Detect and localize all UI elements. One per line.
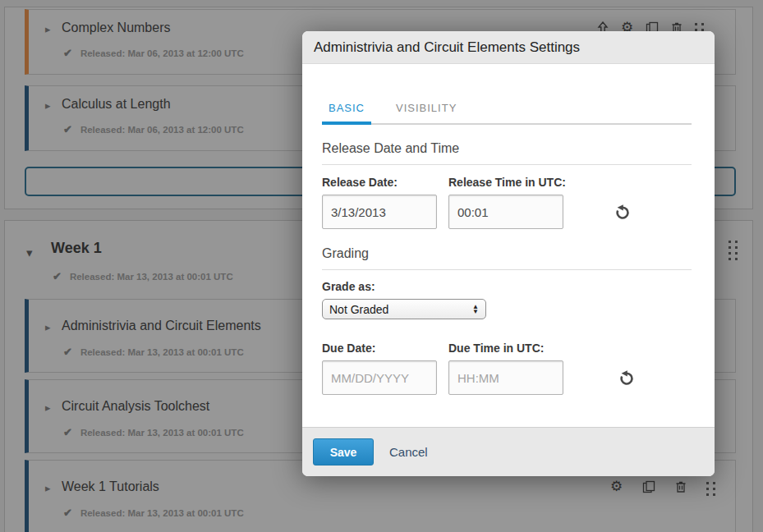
due-time-field: Due Time in UTC: — [448, 342, 563, 395]
modal-tabs: BASIC VISIBILITY — [322, 102, 692, 125]
save-button[interactable]: Save — [313, 438, 374, 466]
release-date-field: Release Date: — [322, 176, 437, 229]
release-time-field: Release Time in UTC: — [448, 176, 563, 229]
release-date-input[interactable] — [322, 195, 437, 229]
due-date-label: Due Date: — [322, 342, 437, 355]
due-fields: Due Date: Due Time in UTC: — [322, 342, 635, 395]
tab-visibility[interactable]: VISIBILITY — [389, 102, 463, 123]
grading-section-heading: Grading — [322, 246, 692, 270]
modal-footer: Save Cancel — [302, 427, 715, 476]
reset-release-date-icon[interactable] — [614, 204, 631, 229]
due-time-input[interactable] — [448, 360, 563, 395]
due-date-input[interactable] — [322, 360, 437, 395]
course-outline-page: ▸ Complex Numbers ✔Released: Mar 06, 201… — [0, 0, 763, 532]
release-time-input[interactable] — [448, 195, 563, 229]
due-time-label: Due Time in UTC: — [448, 342, 563, 355]
modal-header: Administrivia and Circuit Elements Setti… — [302, 31, 715, 64]
modal-title: Administrivia and Circuit Elements Setti… — [314, 31, 580, 64]
release-date-label: Release Date: — [322, 176, 437, 189]
grade-as-label: Grade as: — [322, 280, 375, 293]
select-arrows-icon: ▲▼ — [472, 305, 479, 314]
reset-due-date-icon[interactable] — [618, 369, 635, 395]
tab-basic[interactable]: BASIC — [322, 102, 371, 125]
release-section-heading: Release Date and Time — [322, 141, 692, 165]
release-time-label: Release Time in UTC: — [448, 176, 563, 189]
settings-modal: Administrivia and Circuit Elements Setti… — [302, 31, 715, 476]
grade-as-value: Not Graded — [329, 303, 388, 316]
cancel-link[interactable]: Cancel — [389, 445, 428, 459]
grade-as-select[interactable]: Not Graded ▲▼ — [322, 299, 486, 319]
due-date-field: Due Date: — [322, 342, 437, 395]
release-fields: Release Date: Release Time in UTC: — [322, 176, 631, 229]
